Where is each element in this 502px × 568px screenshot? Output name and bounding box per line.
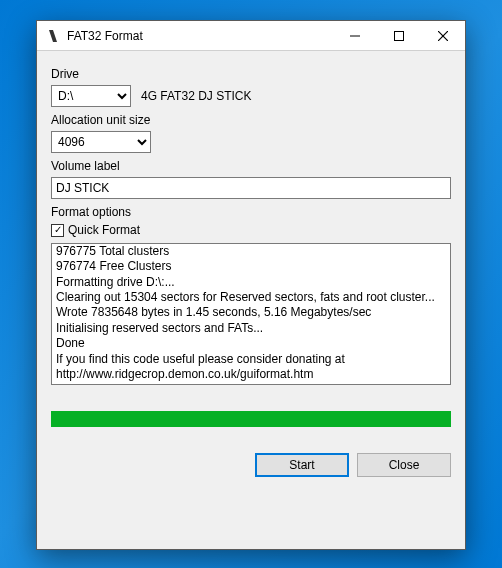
close-button[interactable] (421, 21, 465, 51)
titlebar: FAT32 Format (37, 21, 465, 51)
volume-label-text: Volume label (51, 159, 451, 173)
volume-label-input[interactable] (51, 177, 451, 199)
allocation-select[interactable]: 4096 (51, 131, 151, 153)
progress-fill (51, 411, 451, 427)
allocation-label: Allocation unit size (51, 113, 451, 127)
app-icon (45, 28, 61, 44)
app-window: FAT32 Format Drive D:\ 4G FAT32 DJ STICK… (36, 20, 466, 550)
quick-format-checkbox[interactable]: ✓ (51, 224, 64, 237)
progress-bar (51, 411, 451, 427)
content-area: Drive D:\ 4G FAT32 DJ STICK Allocation u… (37, 51, 465, 489)
start-button[interactable]: Start (255, 453, 349, 477)
drive-label: Drive (51, 67, 451, 81)
log-output[interactable]: 976775 Total clusters 976774 Free Cluste… (51, 243, 451, 385)
close-dialog-button[interactable]: Close (357, 453, 451, 477)
drive-description: 4G FAT32 DJ STICK (141, 89, 251, 103)
svg-rect-1 (395, 31, 404, 40)
maximize-button[interactable] (377, 21, 421, 51)
drive-select[interactable]: D:\ (51, 85, 131, 107)
window-title: FAT32 Format (67, 29, 143, 43)
format-options-label: Format options (51, 205, 451, 219)
minimize-button[interactable] (333, 21, 377, 51)
quick-format-label: Quick Format (68, 223, 140, 237)
